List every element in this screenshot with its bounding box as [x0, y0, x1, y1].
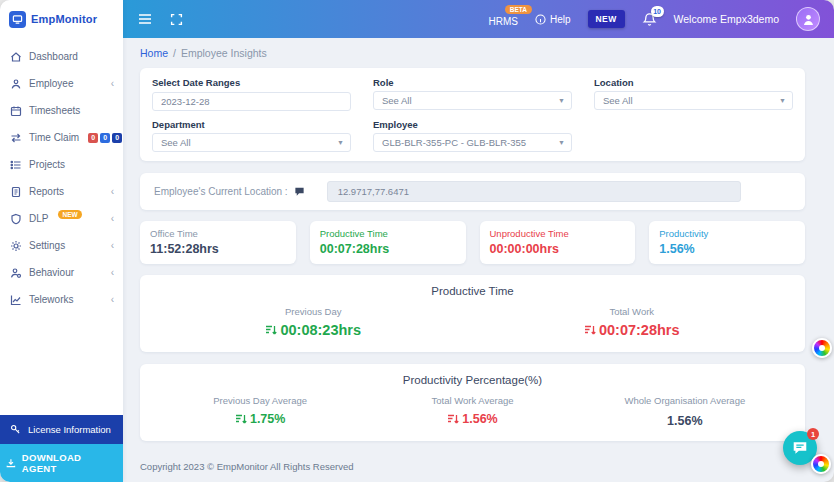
list-icon	[9, 158, 22, 171]
topbar-right: BETA HRMS Help NEW 10 Welcome Empx3demo	[489, 7, 821, 31]
location-label: Location	[594, 77, 793, 88]
license-information-label: License Information	[28, 424, 111, 435]
employee-field: Employee GLB-BLR-355-PC - GLB-BLR-355 ▼	[373, 119, 572, 152]
user-avatar[interactable]	[796, 7, 820, 31]
chevron-down-icon: ▼	[558, 97, 565, 104]
sidebar-item-label: Timesheets	[29, 105, 80, 116]
sidebar-item-timesheets[interactable]: Timesheets	[0, 97, 123, 124]
whole-organisation-average-value: 1.56%	[667, 414, 702, 428]
hamburger-menu-icon[interactable]	[137, 11, 153, 27]
accessibility-widget-icon[interactable]	[812, 338, 832, 358]
chevron-icon: ‹	[111, 187, 114, 197]
current-location-labelwrap: Employee's Current Location :	[154, 186, 305, 197]
document-icon	[9, 185, 22, 198]
stat-label: Office Time	[150, 228, 286, 239]
stat-label: Productive Time	[320, 228, 456, 239]
breadcrumb: Home / Employee Insights	[140, 47, 805, 59]
breadcrumb-current: Employee Insights	[181, 47, 267, 59]
sidebar-item-label: Dashboard	[29, 51, 78, 62]
filters-card: Select Date Ranges Role See All ▼ Locati…	[140, 68, 805, 161]
sort-amount-icon	[235, 413, 247, 425]
download-icon	[6, 458, 16, 468]
sidebar-item-employee[interactable]: Employee ‹	[0, 70, 123, 97]
sidebar-item-dashboard[interactable]: Dashboard	[0, 43, 123, 70]
location-select[interactable]: See All ▼	[594, 91, 793, 110]
date-range-field: Select Date Ranges	[152, 77, 351, 111]
employee-select[interactable]: GLB-BLR-355-PC - GLB-BLR-355 ▼	[373, 133, 572, 152]
hrms-beta-badge: BETA	[505, 5, 532, 14]
sidebar-item-behaviour[interactable]: Behaviour ‹	[0, 259, 123, 286]
home-icon	[9, 50, 22, 63]
chevron-icon: ‹	[111, 79, 114, 89]
hrms-link[interactable]: BETA HRMS	[489, 12, 518, 27]
user-icon	[9, 77, 22, 90]
stat-value: 1.56%	[659, 242, 795, 256]
total-work-value: 00:07:28hrs	[599, 322, 680, 338]
employee-select-value: GLB-BLR-355-PC - GLB-BLR-355	[382, 137, 526, 148]
stats-row: Office Time 11:52:28hrs Productive Time …	[140, 221, 805, 264]
hrms-label: HRMS	[489, 16, 518, 27]
productivity-percentage-panel: Productivity Percentage(%) Previous Day …	[140, 364, 805, 441]
employee-label: Employee	[373, 119, 572, 130]
whole-organisation-average-column: Whole Organisation Average 1.56%	[579, 395, 791, 429]
sidebar-item-label: DLP	[29, 213, 48, 224]
chevron-down-icon: ▼	[779, 97, 786, 104]
content: Home / Employee Insights Select Date Ran…	[123, 38, 834, 482]
column-label: Whole Organisation Average	[579, 395, 791, 406]
count-badge: 0	[112, 133, 122, 143]
breadcrumb-home-link[interactable]: Home	[140, 47, 168, 59]
brand-name: EmpMonitor	[31, 13, 97, 25]
download-agent-button[interactable]: DOWNLOAD AGENT	[0, 444, 123, 482]
chat-unread-badge: 1	[807, 428, 819, 440]
calendar-icon	[9, 104, 22, 117]
fullscreen-icon[interactable]	[168, 11, 184, 27]
productive-time-panel: Productive Time Previous Day 00:08:23hrs…	[140, 275, 805, 352]
role-label: Role	[373, 77, 572, 88]
column-label: Previous Day Average	[154, 395, 366, 406]
date-range-input[interactable]	[152, 92, 351, 111]
previous-day-average-column: Previous Day Average 1.75%	[154, 395, 366, 429]
chevron-icon: ‹	[111, 214, 114, 224]
sort-amount-icon	[265, 324, 277, 336]
role-select-value: See All	[382, 95, 412, 106]
previous-day-average-value: 1.75%	[250, 412, 285, 426]
stat-label: Unproductive Time	[490, 228, 626, 239]
stat-card-office-time: Office Time 11:52:28hrs	[140, 221, 296, 264]
total-work-average-column: Total Work Average 1.56%	[366, 395, 578, 429]
current-location-card: Employee's Current Location : 12.9717,77…	[140, 173, 805, 210]
info-icon	[535, 14, 546, 25]
sidebar-item-dlp[interactable]: DLP NEW ‹	[0, 205, 123, 232]
chat-bubble-icon	[792, 440, 808, 456]
license-information-button[interactable]: License Information	[0, 415, 123, 444]
stat-value: 11:52:28hrs	[150, 242, 286, 256]
sidebar-bottom: License Information DOWNLOAD AGENT	[0, 415, 123, 482]
new-ribbon-badge[interactable]: NEW	[588, 10, 625, 28]
sidebar-item-label: Settings	[29, 240, 65, 251]
chevron-icon: ‹	[111, 295, 114, 305]
sidebar-item-label: Projects	[29, 159, 65, 170]
sidebar-nav: Dashboard Employee ‹ Timesheets Time Cla…	[0, 38, 123, 415]
department-select[interactable]: See All ▼	[152, 133, 351, 152]
column-label: Total Work	[473, 306, 792, 317]
swap-arrows-icon	[9, 131, 22, 144]
main-area: BETA HRMS Help NEW 10 Welcome Empx3demo	[123, 0, 834, 482]
chevron-icon: ‹	[111, 268, 114, 278]
chevron-icon: ‹	[111, 241, 114, 251]
role-select[interactable]: See All ▼	[373, 91, 572, 110]
role-field: Role See All ▼	[373, 77, 572, 111]
total-work-column: Total Work 00:07:28hrs	[473, 306, 792, 340]
comment-bubble-icon	[294, 186, 305, 197]
sidebar-item-reports[interactable]: Reports ‹	[0, 178, 123, 205]
previous-day-value: 00:08:23hrs	[280, 322, 361, 338]
sidebar-item-time-claim[interactable]: Time Claim 0 0 0	[0, 124, 123, 151]
department-field: Department See All ▼	[152, 119, 351, 152]
help-link[interactable]: Help	[535, 14, 571, 25]
accessibility-widget-icon[interactable]	[811, 454, 831, 474]
location-field: Location See All ▼	[594, 77, 793, 111]
brand-logo[interactable]: EmpMonitor	[0, 0, 123, 38]
notifications-bell[interactable]: 10	[642, 12, 657, 27]
sidebar-item-settings[interactable]: Settings ‹	[0, 232, 123, 259]
stat-value: 00:00:00hrs	[490, 242, 626, 256]
sidebar-item-projects[interactable]: Projects	[0, 151, 123, 178]
sidebar-item-teleworks[interactable]: Teleworks ‹	[0, 286, 123, 313]
